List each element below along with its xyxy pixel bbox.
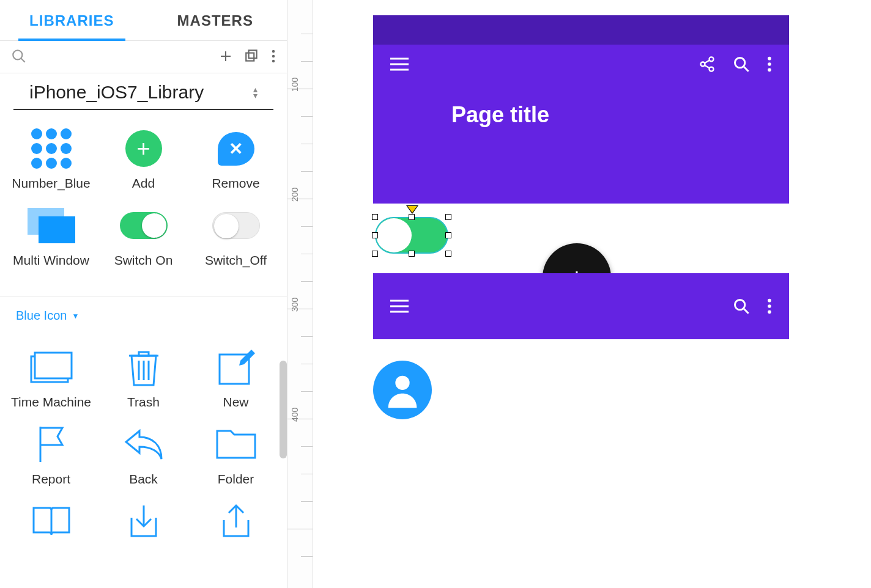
canvas[interactable]: Page title +	[313, 0, 871, 588]
section-label: Blue Icon	[16, 309, 67, 323]
switch-on-icon	[120, 212, 168, 239]
scrollbar-thumb[interactable]	[280, 361, 287, 458]
component-download[interactable]	[97, 496, 190, 553]
component-label: Switch On	[114, 253, 173, 268]
more-vertical-icon	[767, 56, 772, 73]
resize-handle[interactable]	[445, 251, 451, 257]
resize-handle[interactable]	[445, 232, 451, 238]
section-header-blue-icon[interactable]: Blue Icon ▼	[0, 296, 287, 329]
search-icon[interactable]	[11, 48, 27, 64]
duplicate-icon[interactable]	[244, 48, 260, 64]
component-grid-main: Number_Blue + Add ✕ Remove Multi Window …	[0, 110, 287, 296]
library-select[interactable]: iPhone_iOS7_Library ▴▾	[13, 73, 273, 110]
component-switch-on[interactable]: Switch On	[97, 200, 190, 277]
time-machine-icon	[21, 346, 82, 389]
sidebar: LIBRARIES MASTERS iPhone_iOS7_Library ▴▾	[0, 0, 287, 588]
resize-handle[interactable]	[409, 214, 415, 220]
svg-point-0	[13, 50, 22, 59]
svg-rect-10	[35, 353, 72, 378]
library-toolbar	[0, 41, 287, 73]
mock-appbar	[373, 45, 789, 84]
svg-point-34	[768, 304, 771, 308]
component-label: Multi Window	[13, 253, 89, 268]
trash-icon	[113, 346, 174, 389]
svg-line-22	[705, 65, 710, 68]
mock-avatar[interactable]	[373, 361, 432, 419]
sidebar-tabs: LIBRARIES MASTERS	[0, 0, 287, 41]
component-back[interactable]: Back	[97, 419, 190, 496]
canvas-switch-on[interactable]	[375, 217, 448, 254]
component-label: Trash	[127, 395, 160, 410]
component-grid-blue-icon: Time Machine Trash New Report	[0, 329, 287, 571]
switch-off-icon	[212, 212, 260, 239]
resize-handle[interactable]	[409, 251, 415, 257]
resize-handle[interactable]	[372, 214, 378, 220]
svg-line-24	[744, 67, 749, 72]
component-share[interactable]	[190, 496, 282, 553]
download-icon	[113, 500, 174, 543]
svg-point-27	[768, 68, 771, 72]
svg-rect-4	[246, 53, 254, 61]
component-folder[interactable]: Folder	[190, 419, 282, 496]
book-icon	[21, 500, 82, 543]
component-label: Back	[129, 472, 158, 487]
remove-icon: ✕	[218, 132, 254, 166]
more-icon[interactable]	[271, 49, 276, 64]
svg-point-7	[272, 55, 275, 57]
component-new[interactable]: New	[190, 342, 282, 419]
mock-extended-appbar[interactable]: Page title	[373, 15, 789, 204]
svg-point-20	[710, 67, 714, 72]
component-report[interactable]: Report	[5, 419, 97, 496]
component-number-blue[interactable]: Number_Blue	[5, 123, 97, 200]
search-icon	[733, 56, 750, 73]
component-label: Remove	[212, 176, 259, 191]
hamburger-icon	[390, 299, 409, 314]
svg-line-1	[21, 58, 25, 62]
component-book[interactable]	[5, 496, 97, 553]
ruler-mark: 300	[290, 298, 300, 312]
svg-point-19	[701, 62, 705, 67]
sort-toggle-icon[interactable]: ▴▾	[253, 86, 258, 98]
component-multi-window[interactable]: Multi Window	[5, 200, 97, 277]
component-label: New	[223, 395, 248, 410]
svg-line-21	[705, 61, 710, 64]
multi-window-icon	[28, 208, 75, 243]
svg-point-26	[768, 62, 771, 66]
resize-handle[interactable]	[372, 232, 378, 238]
resize-handle[interactable]	[372, 251, 378, 257]
share-icon	[699, 56, 716, 73]
ruler-mark: 400	[290, 408, 300, 422]
selected-element[interactable]	[372, 214, 451, 257]
person-icon	[381, 369, 424, 411]
anchor-indicator-icon	[406, 205, 418, 214]
svg-rect-5	[249, 50, 257, 58]
svg-point-23	[735, 58, 745, 68]
component-label: Add	[132, 176, 155, 191]
component-time-machine[interactable]: Time Machine	[5, 342, 97, 419]
folder-icon	[206, 423, 267, 466]
component-add[interactable]: + Add	[97, 123, 190, 200]
component-label: Folder	[218, 472, 254, 487]
svg-line-32	[744, 309, 749, 314]
svg-point-25	[768, 57, 771, 61]
mock-statusbar	[373, 15, 789, 45]
tab-libraries[interactable]: LIBRARIES	[0, 0, 144, 40]
component-switch-off[interactable]: Switch_Off	[190, 200, 282, 277]
svg-point-36	[395, 376, 409, 390]
flag-icon	[21, 423, 82, 466]
resize-handle[interactable]	[445, 214, 451, 220]
svg-point-6	[272, 50, 275, 53]
new-icon	[206, 346, 267, 389]
add-library-icon[interactable]	[218, 49, 233, 64]
component-label: Switch_Off	[205, 253, 267, 268]
svg-point-33	[768, 299, 771, 303]
ruler-mark: 200	[290, 188, 300, 202]
component-remove[interactable]: ✕ Remove	[190, 123, 282, 200]
tab-masters[interactable]: MASTERS	[144, 0, 287, 40]
mock-compact-appbar[interactable]	[373, 273, 789, 339]
hamburger-icon	[390, 57, 409, 72]
more-vertical-icon	[767, 298, 772, 315]
number-blue-icon	[31, 128, 72, 169]
component-label: Report	[32, 472, 70, 487]
component-trash[interactable]: Trash	[97, 342, 190, 419]
